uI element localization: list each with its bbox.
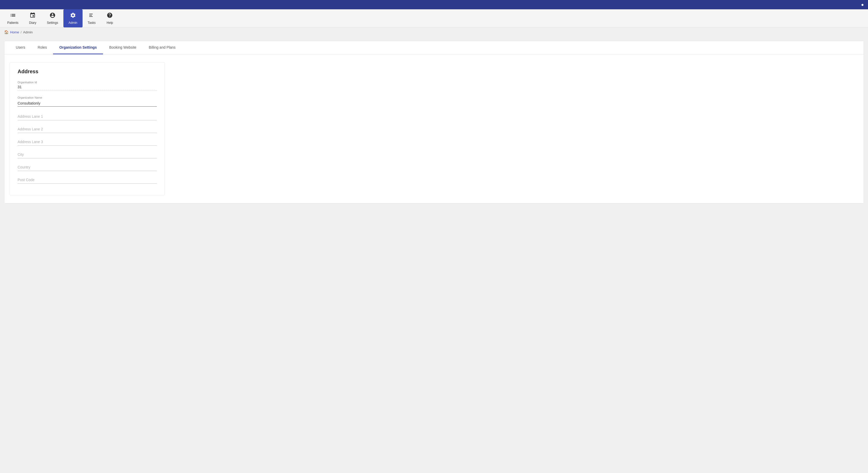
patients-icon: [10, 12, 16, 20]
nav-item-patients[interactable]: Patients: [2, 9, 24, 27]
org-name-field-group: Organization Name: [18, 96, 157, 108]
org-id-field-group: Organisation Id 31: [18, 81, 157, 91]
nav-label-settings: Settings: [47, 21, 58, 25]
city-field-group: [18, 151, 157, 158]
breadcrumb-separator: /: [21, 30, 22, 34]
city-input[interactable]: [18, 151, 157, 158]
post-code-input[interactable]: [18, 176, 157, 184]
tab-roles[interactable]: Roles: [32, 41, 53, 54]
tabs-bar: Users Roles Organization Settings Bookin…: [4, 41, 864, 54]
tasks-icon: [89, 12, 95, 20]
form-area: Address Organisation Id 31 Organization …: [4, 54, 864, 203]
content-card: Users Roles Organization Settings Bookin…: [4, 41, 864, 203]
nav-item-help[interactable]: Help: [101, 9, 119, 27]
breadcrumb-current: Admin: [23, 30, 33, 34]
nav-item-admin[interactable]: Admin: [63, 9, 83, 27]
org-id-label: Organisation Id: [18, 81, 157, 84]
help-icon: [106, 12, 113, 20]
top-bar: ●: [0, 0, 868, 9]
nav-label-diary: Diary: [29, 21, 36, 25]
user-icon[interactable]: ●: [861, 2, 864, 7]
address-lane2-input[interactable]: [18, 126, 157, 133]
post-code-field-group: [18, 176, 157, 184]
admin-icon: [70, 12, 76, 20]
diary-icon: [30, 12, 36, 20]
nav-label-patients: Patients: [7, 21, 19, 25]
org-name-input[interactable]: [18, 100, 157, 106]
address-lane1-field-group: [18, 113, 157, 120]
org-name-label: Organization Name: [18, 96, 157, 99]
tab-booking-website[interactable]: Booking Website: [103, 41, 143, 54]
address-lane2-field-group: [18, 126, 157, 133]
tab-users[interactable]: Users: [9, 41, 32, 54]
tab-billing-and-plans[interactable]: Billing and Plans: [143, 41, 182, 54]
country-field-group: [18, 163, 157, 171]
settings-icon: [50, 12, 56, 20]
home-icon: 🏠: [4, 30, 8, 34]
address-lane3-input[interactable]: [18, 138, 157, 146]
nav-item-diary[interactable]: Diary: [24, 9, 42, 27]
address-lane3-field-group: [18, 138, 157, 146]
nav-label-admin: Admin: [69, 21, 78, 25]
org-id-value: 31: [18, 85, 157, 91]
nav-item-settings[interactable]: Settings: [42, 9, 63, 27]
address-card: Address Organisation Id 31 Organization …: [9, 62, 165, 195]
address-title: Address: [18, 69, 157, 74]
tab-organization-settings[interactable]: Organization Settings: [53, 41, 103, 54]
nav-label-tasks: Tasks: [88, 21, 96, 25]
breadcrumb: 🏠 Home / Admin: [0, 27, 868, 37]
nav-item-tasks[interactable]: Tasks: [83, 9, 101, 27]
nav-bar: Patients Diary Settings Admin Tasks Help: [0, 9, 868, 27]
nav-label-help: Help: [106, 21, 113, 25]
country-input[interactable]: [18, 163, 157, 171]
breadcrumb-home-link[interactable]: Home: [10, 30, 19, 34]
address-lane1-input[interactable]: [18, 113, 157, 120]
main-content: Users Roles Organization Settings Bookin…: [0, 37, 868, 208]
